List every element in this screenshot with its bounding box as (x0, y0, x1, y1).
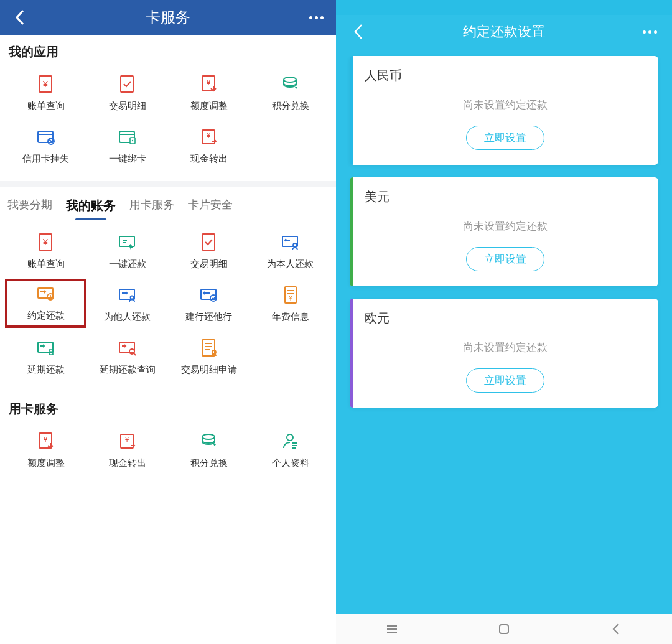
repay-sched-icon (32, 282, 60, 305)
my-apps-title: 我的应用 (0, 35, 336, 65)
setup-button[interactable]: 立即设置 (466, 368, 544, 393)
tile-label: 约定还款 (27, 310, 65, 322)
app-tile[interactable]: 延期还款查询 (86, 332, 168, 381)
home-icon[interactable] (497, 622, 511, 637)
card-service-title: 用卡服务 (0, 392, 336, 422)
app-tile[interactable]: 现金转出 (86, 425, 168, 474)
app-tile[interactable]: 建行还他行 (168, 279, 250, 328)
repay-bank-icon (195, 284, 223, 306)
currency-card: 人民币尚未设置约定还款立即设置 (350, 56, 658, 165)
tile-label: 交易明细 (109, 100, 146, 112)
app-tile[interactable]: 账单查询 (5, 226, 86, 275)
app-tile[interactable]: 交易明细 (168, 226, 250, 275)
status-message: 尚未设置约定还款 (365, 219, 646, 233)
defer-icon (32, 337, 60, 359)
app-tile[interactable]: 交易明细申请 (168, 332, 250, 381)
tile-label: 现金转出 (190, 153, 228, 165)
app-tile[interactable]: 积分兑换 (168, 425, 250, 474)
currency-label: 欧元 (365, 310, 646, 327)
app-tile[interactable]: 额度调整 (5, 425, 86, 474)
repayment-setup-screen: 约定还款设置 人民币尚未设置约定还款立即设置美元尚未设置约定还款立即设置欧元尚未… (336, 0, 672, 644)
left-header: 卡服务 (0, 0, 336, 35)
tile-label: 积分兑换 (272, 100, 309, 112)
check-doc-icon (114, 73, 141, 95)
setup-button[interactable]: 立即设置 (466, 247, 544, 271)
services-grid: 额度调整现金转出积分兑换个人资料 (0, 422, 336, 485)
repay-other-icon (114, 284, 141, 306)
tile-label: 交易明细 (190, 258, 228, 270)
back-icon[interactable] (10, 9, 30, 26)
tile-label: 年费信息 (272, 311, 309, 323)
coins-icon (195, 430, 223, 452)
more-icon[interactable] (306, 16, 326, 19)
status-message: 尚未设置约定还款 (365, 340, 646, 355)
android-navbar (336, 614, 672, 644)
limit-icon (195, 73, 223, 95)
profile-icon (277, 430, 304, 452)
app-tile[interactable]: 年费信息 (250, 279, 331, 328)
app-tile[interactable]: 账单查询 (5, 68, 86, 117)
status-bar (336, 0, 672, 15)
card-lost-icon (32, 126, 60, 148)
tile-label: 延期还款查询 (100, 364, 156, 376)
tile-label: 额度调整 (27, 457, 65, 469)
cash-out-icon (114, 430, 141, 452)
coins-icon (277, 73, 304, 95)
page-title: 卡服务 (30, 7, 306, 27)
currency-label: 人民币 (365, 67, 646, 84)
tile-label: 信用卡挂失 (22, 153, 69, 165)
tab[interactable]: 我要分期 (6, 194, 54, 220)
tab[interactable]: 卡片安全 (187, 194, 234, 220)
tile-label: 个人资料 (272, 457, 309, 469)
app-tile[interactable]: 约定还款 (5, 279, 86, 328)
tile-label: 账单查询 (27, 258, 65, 270)
card-service-screen: 卡服务 我的应用 账单查询交易明细额度调整积分兑换信用卡挂失一键绑卡现金转出 我… (0, 0, 336, 644)
tile-label: 建行还他行 (185, 311, 232, 323)
accounts-grid: 账单查询一键还款交易明细为本人还款约定还款为他人还款建行还他行年费信息延期还款延… (0, 223, 336, 392)
tab[interactable]: 我的账务 (65, 194, 117, 220)
more-icon[interactable] (640, 30, 660, 34)
recent-apps-icon[interactable] (385, 622, 399, 637)
tile-label: 一键还款 (109, 258, 146, 270)
repay-self-icon (277, 231, 304, 253)
tile-label: 一键绑卡 (109, 153, 146, 165)
bill-icon (32, 231, 60, 253)
fee-icon (277, 284, 304, 306)
app-tile[interactable]: 为他人还款 (86, 279, 168, 328)
tile-label: 额度调整 (190, 100, 228, 112)
app-tile[interactable]: 延期还款 (5, 332, 86, 381)
status-message: 尚未设置约定还款 (365, 98, 646, 112)
cash-out-icon (195, 126, 223, 148)
app-tile[interactable]: 个人资料 (250, 425, 331, 474)
currency-card: 美元尚未设置约定还款立即设置 (350, 177, 658, 286)
bill-icon (32, 73, 60, 95)
tabs: 我要分期我的账务用卡服务卡片安全 (0, 187, 336, 223)
app-tile[interactable]: 为本人还款 (250, 226, 331, 275)
nav-back-icon[interactable] (609, 622, 623, 637)
tile-label: 为他人还款 (104, 311, 151, 323)
currency-cards: 人民币尚未设置约定还款立即设置美元尚未设置约定还款立即设置欧元尚未设置约定还款立… (336, 49, 672, 614)
tile-label: 延期还款 (27, 364, 65, 376)
defer-q-icon (114, 337, 141, 359)
app-tile[interactable]: 额度调整 (168, 68, 250, 117)
app-tile[interactable]: 一键绑卡 (86, 121, 168, 170)
repay-click-icon (114, 231, 141, 253)
tab[interactable]: 用卡服务 (128, 194, 175, 220)
detail-apply-icon (195, 337, 223, 359)
app-tile[interactable]: 信用卡挂失 (5, 121, 86, 170)
back-icon[interactable] (348, 24, 368, 40)
limit-icon (32, 430, 60, 452)
card-bind-icon (114, 126, 141, 148)
app-tile[interactable]: 一键还款 (86, 226, 168, 275)
tile-label: 交易明细申请 (181, 364, 237, 376)
setup-button[interactable]: 立即设置 (466, 126, 544, 150)
right-header: 约定还款设置 (336, 15, 672, 49)
app-tile[interactable]: 交易明细 (86, 68, 168, 117)
app-tile[interactable]: 现金转出 (168, 121, 250, 170)
page-title: 约定还款设置 (368, 22, 640, 41)
my-apps-grid: 账单查询交易明细额度调整积分兑换信用卡挂失一键绑卡现金转出 (0, 65, 336, 181)
separator (0, 181, 336, 187)
svg-rect-40 (500, 625, 508, 633)
app-tile[interactable]: 积分兑换 (250, 68, 331, 117)
tile-label: 积分兑换 (190, 457, 228, 469)
